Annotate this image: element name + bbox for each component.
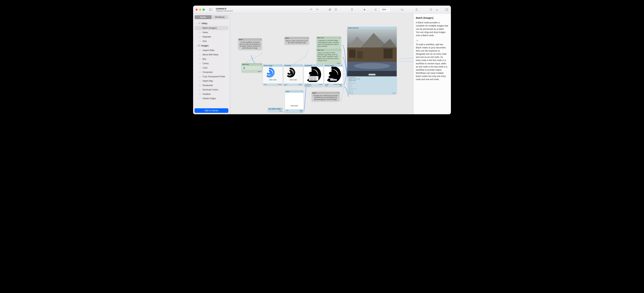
redo-button[interactable]: ↷ (315, 7, 320, 12)
port-prompt[interactable]: Prompt (Text) (348, 77, 355, 78)
zoom-dropdown[interactable]: 50% ⌄ (380, 7, 390, 12)
port-output[interactable]: Output (392, 92, 396, 94)
node-text-to-image[interactable]: Text to Image× 2000 x 2000 InputOutput (263, 64, 282, 85)
item-label: Blend With Mask (202, 53, 218, 56)
port-qrcode[interactable]: QR Code (348, 92, 353, 94)
node-plain-text-input[interactable]: Plain Text× Output (242, 63, 262, 72)
node-icon: ⊹ (199, 93, 201, 95)
toggle-sidebar-button[interactable] (208, 7, 213, 12)
sidebar-item-batch-images[interactable]: ⊹ Batch (Images) (194, 26, 228, 30)
more-button[interactable]: » (434, 7, 439, 12)
sidebar-item-blur[interactable]: ⊹Blur (194, 57, 228, 61)
node-threshold[interactable]: Threshold× 2000 x 2000 InputOutput (284, 64, 303, 85)
sidebar-item-aspect-ratio[interactable]: ⊹Aspect Ratio (194, 48, 228, 52)
sidebar-item-color[interactable]: ⊹Color (194, 66, 228, 70)
close-window-button[interactable] (196, 8, 198, 11)
fit-button[interactable] (400, 7, 404, 12)
group-utility[interactable]: ⌄ Utility (194, 21, 229, 26)
port-negative-prompt[interactable]: Negative Prompt (Text) (348, 78, 396, 80)
close-icon[interactable]: × (340, 49, 340, 51)
port-image[interactable]: Image (325, 84, 328, 85)
port-normal[interactable]: Normal (348, 85, 396, 87)
group-images[interactable]: ⌄ Images (194, 43, 229, 48)
paste-button[interactable] (334, 7, 338, 12)
port-input[interactable]: Input (264, 84, 266, 85)
port-lineart-anime[interactable]: Line Art (Anime) (348, 88, 396, 89)
copy-button[interactable] (328, 7, 332, 12)
close-icon[interactable]: × (281, 65, 282, 66)
port-output[interactable]: Output (258, 71, 261, 72)
sidebar-item-composite[interactable]: ⊹Composite (194, 70, 228, 74)
node-size[interactable]: Size (2000 x 2000)× Size (268, 108, 283, 112)
node-color[interactable]: Color× 2000 x 2000 SizeImage Size (285, 90, 304, 113)
port-size[interactable]: Size (286, 110, 288, 111)
sidebar-item-repeater[interactable]: ⊹ Repeater (194, 35, 228, 39)
port-canny[interactable]: Canny (348, 81, 396, 82)
close-icon[interactable]: × (281, 108, 282, 110)
port-output[interactable]: Output (336, 62, 340, 64)
close-icon[interactable]: × (395, 27, 396, 29)
node-notes-1[interactable]: Notes× For this workflow, we started wit… (238, 38, 262, 50)
sidebar-item-gradient[interactable]: ⊹Gradient (194, 92, 228, 96)
sidebar-item-depth-map[interactable]: ⊹Depth Map (194, 79, 228, 83)
port-output[interactable]: Size (280, 110, 282, 112)
close-icon[interactable]: × (341, 65, 342, 66)
refresh-button[interactable] (428, 7, 433, 12)
node-notes-3[interactable]: Notes× Changing the conditioning paramet… (312, 92, 340, 101)
node-composite[interactable]: Composite× Foreground: 3672 x 3672 Backg… (304, 64, 323, 87)
port-input[interactable]: Input (284, 84, 287, 85)
node-library[interactable]: ⌄ Utility ⊹ Batch (Images) ⊹ Notes ⊹ Rep… (194, 21, 229, 107)
chevron-down-icon: ⌄ (195, 22, 197, 24)
sidebar-item-desaturate[interactable]: ⊹Desaturate (194, 83, 228, 87)
sidebar-item-notes[interactable]: ⊹ Notes (194, 30, 228, 34)
image-size-tag: Background: 2000 x 2000 (309, 78, 318, 81)
delete-button[interactable] (350, 7, 354, 12)
frame-node-button[interactable] (373, 7, 378, 12)
close-icon[interactable]: × (260, 38, 261, 40)
port-tiles[interactable]: Tiles (348, 91, 396, 92)
sidebar-item-blend-with-mask[interactable]: ⊹Blend With Mask (194, 52, 228, 57)
port-output[interactable]: Resized Image (334, 84, 342, 85)
sidebar-item-dominant-colors[interactable]: ⊹Dominant Colors (194, 88, 228, 92)
node-stable-diffusion[interactable]: Stable Diffusion× (347, 27, 397, 94)
add-to-canvas-button[interactable]: Add to Canvas (194, 108, 228, 113)
port-output-image[interactable]: Image (299, 110, 302, 111)
node-plain-text-negative[interactable]: Plain Text× cartoon, 3d, bad art, blurry… (316, 49, 341, 64)
port-mlsd[interactable]: M-LSD (348, 84, 396, 85)
node-notes-2[interactable]: Notes× Black on white works best for the… (284, 37, 309, 44)
run-button[interactable] (362, 7, 367, 12)
port-background[interactable]: Background (305, 85, 311, 86)
close-icon[interactable]: × (308, 37, 308, 39)
zoom-window-button[interactable] (202, 8, 205, 11)
port-output-size[interactable]: Size (300, 111, 302, 112)
canvas[interactable]: Notes× For this workflow, we started wit… (230, 14, 413, 114)
close-icon[interactable]: × (301, 65, 302, 66)
sidebar-item-crop-transparent[interactable]: ⊹Crop Transparent Pixels (194, 74, 228, 79)
sidebar-item-size[interactable]: ⊹ Size (194, 39, 228, 43)
port-output[interactable]: Output (278, 84, 282, 85)
toggle-inspector-button[interactable] (444, 7, 449, 12)
sidebar-item-holistic-edges[interactable]: ⊹Holistic Edges (194, 96, 228, 101)
share-button[interactable] (414, 7, 419, 12)
port-output[interactable]: Output (319, 84, 322, 85)
close-icon[interactable]: × (302, 91, 303, 92)
node-plain-text-positive[interactable]: Plain Text× A painting of a medieval vil… (316, 36, 341, 50)
port-size[interactable]: Size (325, 85, 328, 86)
close-icon[interactable]: × (322, 65, 322, 66)
port-output[interactable]: Output (298, 84, 302, 85)
port-openpose[interactable]: OpenPose (348, 89, 396, 91)
close-icon[interactable]: × (340, 37, 340, 38)
close-icon[interactable]: × (338, 92, 339, 94)
minimize-window-button[interactable] (199, 8, 201, 11)
segment-workflows[interactable]: Workflows (212, 15, 228, 19)
port-output-size[interactable]: Size (339, 85, 342, 86)
close-icon[interactable]: × (260, 63, 262, 65)
undo-button[interactable]: ↶ (309, 7, 314, 12)
port-starting-image[interactable]: Starting Image (348, 80, 396, 81)
node-resize-image[interactable]: Resize Image× 512 x 512 ImageResized Ima… (324, 64, 343, 87)
sidebar-item-canny[interactable]: ⊹Canny (194, 61, 228, 65)
segment-nodes[interactable]: Nodes (195, 15, 212, 19)
port-lineart[interactable]: Line Art (348, 87, 396, 88)
port-holistic[interactable]: Holistic Edges (348, 82, 396, 84)
port-foreground[interactable]: Foreground (305, 84, 311, 85)
